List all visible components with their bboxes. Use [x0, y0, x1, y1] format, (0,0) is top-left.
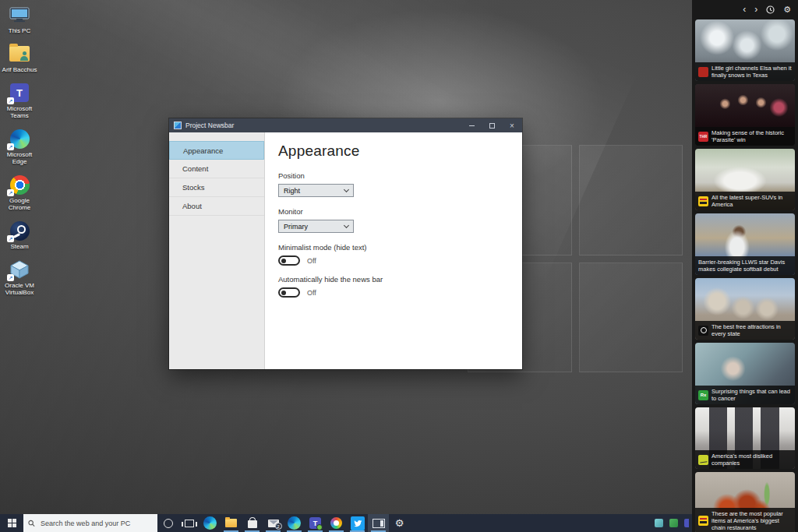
desktop-icon-teams[interactable]: T ↗ Microsoft Teams — [2, 82, 37, 119]
news-card[interactable]: Little girl channels Elsa when it finall… — [695, 19, 795, 81]
desktop-icon-this-pc[interactable]: This PC — [2, 4, 37, 34]
news-caption: Barrier-breaking LLWS star Davis makes c… — [698, 259, 792, 273]
news-caption: These are the most popular items at Amer… — [711, 510, 792, 531]
cortana-button[interactable] — [157, 514, 178, 532]
autohide-label: Automatically hide the news bar — [278, 275, 522, 284]
position-dropdown[interactable]: Right — [278, 184, 354, 197]
toggle-knob — [281, 259, 286, 263]
source-logo-icon — [698, 67, 708, 77]
tray-icon[interactable] — [669, 519, 678, 527]
taskbar-settings-button[interactable]: ⚙ — [389, 514, 410, 532]
position-label: Position — [278, 171, 522, 180]
app-icon — [174, 122, 182, 129]
toggle-knob — [281, 291, 286, 295]
news-card[interactable]: All the latest super-SUVs in America — [695, 149, 795, 210]
start-button[interactable] — [0, 514, 23, 532]
minimalist-mode-toggle[interactable] — [278, 255, 300, 266]
news-card[interactable]: America's most disliked companies — [695, 407, 795, 469]
mail-icon: 2 — [268, 520, 279, 527]
settings-button[interactable]: ⚙ — [783, 5, 791, 15]
taskbar-store-button[interactable] — [242, 514, 263, 532]
news-card[interactable]: The best free attractions in every state — [695, 278, 795, 340]
taskbar-twitter-button[interactable] — [347, 514, 368, 532]
minimize-button[interactable] — [461, 118, 482, 132]
twitter-icon — [351, 516, 365, 530]
maximize-button[interactable] — [482, 118, 502, 132]
monitor-dropdown[interactable]: Primary — [278, 220, 354, 233]
tray-icon[interactable] — [655, 519, 663, 527]
desktop-icon-label: Google Chrome — [2, 197, 37, 211]
newsbar-controls: ‹ › ⚙ — [692, 0, 798, 19]
autohide-state: Off — [307, 289, 316, 297]
chevron-down-icon — [344, 186, 349, 192]
edge-icon — [203, 516, 217, 530]
taskbar-edge-dev-button[interactable] — [284, 514, 305, 532]
windows-logo-icon — [8, 519, 16, 527]
file-explorer-icon — [225, 519, 237, 527]
desktop-icon-chrome[interactable]: ↗ Google Chrome — [2, 174, 37, 211]
clock-button[interactable] — [766, 5, 775, 14]
gear-icon: ⚙ — [783, 5, 791, 15]
forward-button[interactable]: › — [754, 5, 757, 14]
sidebar-item-appearance[interactable]: Appearance — [169, 141, 264, 160]
news-card[interactable]: THR Making sense of the historic 'Parasi… — [695, 84, 795, 146]
clock-icon — [766, 5, 775, 14]
search-input[interactable] — [39, 519, 153, 528]
chevron-down-icon — [344, 222, 349, 227]
close-button[interactable]: × — [502, 118, 522, 132]
source-logo-icon — [698, 326, 708, 336]
color-wheel-icon — [330, 517, 342, 529]
task-view-button[interactable] — [178, 514, 200, 532]
store-icon — [248, 520, 257, 528]
sidebar-item-content[interactable]: Content — [169, 160, 264, 178]
desktop-icon-virtualbox[interactable]: ↗ Oracle VM VirtualBox — [2, 259, 37, 296]
tray-icon[interactable] — [684, 519, 689, 527]
minimalist-mode-state: Off — [307, 257, 316, 265]
shortcut-arrow-icon: ↗ — [7, 97, 14, 104]
news-card[interactable]: Rx Surprising things that can lead to ca… — [695, 343, 795, 404]
edge-icon — [288, 516, 301, 530]
taskbar-search[interactable] — [23, 514, 157, 532]
source-logo-icon: THR — [698, 132, 708, 142]
news-card-list: Little girl channels Elsa when it finall… — [695, 19, 795, 532]
desktop-icon-edge[interactable]: ↗ Microsoft Edge — [2, 128, 37, 165]
desktop-icon-steam[interactable]: ↗ Steam — [2, 220, 37, 250]
taskbar-file-explorer-button[interactable] — [221, 514, 242, 532]
taskbar-teams-button[interactable]: T — [305, 514, 326, 532]
shortcut-arrow-icon: ↗ — [7, 143, 14, 150]
taskbar-newsbar-button[interactable] — [368, 514, 389, 532]
user-folder-icon — [9, 46, 30, 62]
taskbar-edge-button[interactable] — [200, 514, 221, 532]
autohide-toggle[interactable] — [278, 287, 300, 298]
desktop-icon-label: Arif Bacchus — [2, 66, 37, 73]
source-logo-icon — [698, 516, 708, 526]
project-newsbar-window: Project Newsbar × Appearance Content Sto… — [169, 118, 522, 369]
search-icon — [28, 520, 35, 527]
news-card[interactable]: Barrier-breaking LLWS star Davis makes c… — [695, 213, 795, 275]
minimize-icon — [469, 125, 475, 126]
desktop-icon-label: Oracle VM VirtualBox — [2, 282, 37, 296]
system-tray — [655, 514, 689, 532]
newsbar-app-icon — [373, 519, 385, 528]
taskbar-color-wheel-app-button[interactable] — [326, 514, 347, 532]
settings-panel: Appearance Position Right Monitor Primar… — [265, 132, 522, 369]
news-card[interactable]: These are the most popular items at Amer… — [695, 472, 795, 532]
desktop-icon-label: This PC — [9, 27, 30, 34]
minimalist-mode-label: Minimalist mode (hide text) — [278, 243, 522, 252]
taskbar: 2 T ⚙ — [0, 514, 798, 532]
shortcut-arrow-icon: ↗ — [7, 274, 14, 281]
window-titlebar[interactable]: Project Newsbar × — [169, 118, 522, 132]
desktop-icon-label: Microsoft Teams — [2, 105, 37, 119]
sidebar-item-stocks[interactable]: Stocks — [169, 178, 264, 197]
desktop-icon-user-folder[interactable]: Arif Bacchus — [2, 43, 37, 73]
news-caption: Little girl channels Elsa when it finall… — [711, 65, 792, 79]
desktop-icon-label: Microsoft Edge — [2, 151, 37, 165]
source-logo-icon — [698, 455, 708, 465]
sidebar-item-about[interactable]: About — [169, 197, 264, 216]
news-caption: All the latest super-SUVs in America — [711, 194, 792, 208]
back-button[interactable]: ‹ — [743, 5, 746, 14]
window-title: Project Newsbar — [185, 122, 461, 129]
taskbar-mail-button[interactable]: 2 — [263, 514, 284, 532]
news-caption: The best free attractions in every state — [711, 323, 792, 337]
settings-sidebar: Appearance Content Stocks About — [169, 132, 265, 369]
